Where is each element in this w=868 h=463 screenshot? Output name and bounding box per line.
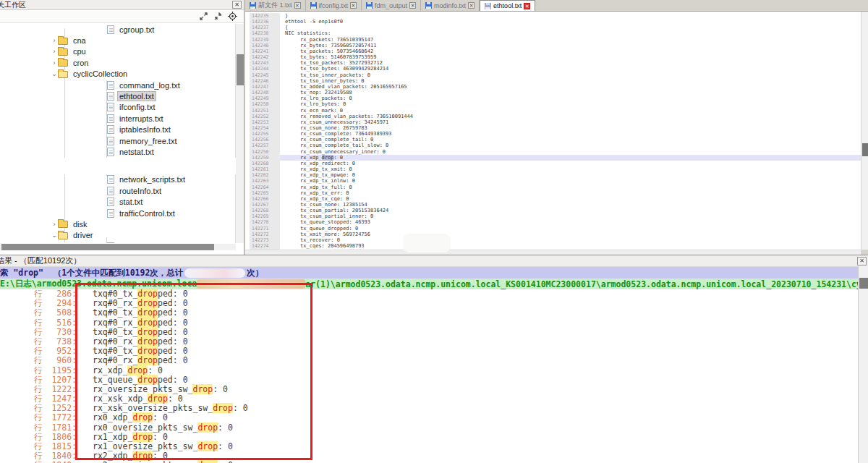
code-line[interactable]: 142256 rx_csum_complete_tail: 0 [245,137,861,143]
code-line[interactable]: 142239 rx_packets: 736510395147 [245,37,861,43]
workspace-close-icon[interactable]: ✕ [232,1,242,9]
tab-close-icon[interactable]: ✕ [468,2,475,9]
code-line[interactable]: 142255 rx_csum_complete: 736449389393 [245,131,861,137]
code-line[interactable]: 142271 tx_queue_dropped: 0 [245,226,861,232]
code-line[interactable]: 142244 tx_tso_bytes: 463099429284214 [245,66,861,72]
code-line[interactable]: 142269 tx_csum_partial_inner: 0 [245,213,861,219]
tree-item[interactable]: command_log.txt [0,80,236,90]
result-row[interactable]: 行516:rxq#0_rx_dropped: 0 [0,318,858,328]
code-line[interactable]: 142242 tx_bytes: 514607839753959 [245,54,861,60]
result-row[interactable]: 行1207:tx_queue_dropped: 0 [0,375,858,385]
result-row[interactable]: 行1772:rx0_xdp_drop: 0 [0,413,858,422]
code-line[interactable]: 142270 tx_queue_stopped: 46393 [245,219,861,225]
tree-item[interactable]: cgroup.txt [0,24,236,35]
tree-item[interactable]: ›cna [0,35,236,46]
code-line[interactable]: 142253 rx_csum_unnecessary: 34245971 [245,119,861,125]
code-line[interactable]: 142247 tx_added_vlan_packets: 2051659571… [245,84,861,90]
tree-vertical-scrollbar[interactable] [235,24,244,243]
tree-horizontal-scrollbar[interactable] [0,244,236,250]
code-line[interactable]: 142263 rx_xdp_tx_inlnw: 0 [245,178,861,184]
tree-horizontal-scrollbar-thumb[interactable] [1,244,214,250]
code-line[interactable]: 142243 tx_tso_packets: 35272932712 [245,60,861,66]
chevron-down-icon[interactable]: ⌄ [51,70,58,77]
tree-item[interactable]: ›disk [0,218,236,229]
code-line[interactable]: 142272 tx_xmit_more: 569724756 [245,232,861,237]
results-close-icon[interactable]: ✕ [857,257,867,266]
chevron-right-icon[interactable]: › [51,48,58,55]
code-line[interactable]: 142241 tx_packets: 507354668642 [245,48,861,54]
tab-close-icon[interactable]: ✕ [350,2,357,9]
collapse-all-icon[interactable] [213,12,223,21]
code-line[interactable]: 142249 rx_lro_packets: 0 [245,95,861,101]
code-line[interactable]: 142251 rx_ecn_mark: 0 [245,108,861,114]
tree-item[interactable]: lsmod.txt [0,241,236,243]
code-line[interactable]: 142267 tx_csum_none: 12385154 [245,202,861,208]
tree-item[interactable]: iptablesInfo.txt [0,124,236,135]
editor-tab[interactable]: ifconfig.txt✕ [306,0,362,11]
code-line[interactable]: 142266 rx_xdp_tx_cqe: 0 [245,196,861,202]
tree-item[interactable]: ifconfig.txt [0,102,236,113]
tree-item[interactable]: ⌄driver [0,230,236,241]
editor-vertical-scrollbar[interactable] [861,12,868,250]
tree-vertical-scrollbar-thumb[interactable] [237,54,244,85]
tab-close-icon[interactable]: ✕ [294,2,301,9]
editor-vertical-scrollbar-thumb[interactable] [862,143,868,156]
code-line[interactable]: 142238NIC statistics: [245,30,861,36]
code-line[interactable]: 142258 rx_csum_unnecessary_inner: 0 [245,149,861,155]
tree-item[interactable]: netstat.txt [0,146,236,157]
chevron-right-icon[interactable]: › [51,221,58,228]
code-line[interactable]: 142257 rx_csum_complete_tail_slow: 0 [245,143,861,148]
code-line[interactable]: 142235} [245,13,861,19]
code-line[interactable]: 142254 rx_csum_none: 26759783 [245,125,861,131]
tree-item[interactable]: stat.txt [0,196,236,207]
tree-item[interactable]: interrupts.txt [0,113,236,124]
result-row[interactable]: 行508:txq#0_tx_dropped: 0 [0,308,858,318]
tree-item[interactable]: network_scripts.txt [0,174,236,185]
editor-tab[interactable]: modinfo.txt✕ [421,0,480,11]
locate-file-icon[interactable] [228,12,237,21]
code-line[interactable]: 142245 tx_tso_inner_packets: 0 [245,72,861,78]
editor-horizontal-scrollbar[interactable] [245,250,861,255]
editor-code-area[interactable]: 142235}142236ethtool -S enp1s0f0142237{1… [245,12,861,250]
code-line[interactable]: 142248 tx_nop: 232419588 [245,90,861,95]
tab-close-icon[interactable]: ✕ [409,2,416,9]
code-line[interactable]: 142236ethtool -S enp1s0f0 [245,19,861,25]
tab-close-icon[interactable]: ✕ [524,3,530,9]
editor-tab[interactable]: 新文件 1.txt✕ [245,0,306,11]
tree-item[interactable]: ›cron [0,57,236,68]
chevron-right-icon[interactable]: › [51,59,58,67]
tree-item[interactable]: ethtool.txt [0,90,236,101]
results-vertical-scrollbar-thumb[interactable] [859,278,868,289]
expand-all-icon[interactable] [199,12,208,21]
tree-item[interactable]: ⌄cyclicCollection [0,69,236,80]
editor-tab[interactable]: ethtool.txt✕ [480,0,535,11]
tree-item[interactable]: trafficControl.txt [0,208,236,218]
code-line[interactable]: 142274 tx_cqes: 204596498793 [245,243,861,249]
code-line[interactable]: 142268 tx_csum_partial: 205153836424 [245,208,861,213]
result-row[interactable]: 行730:txq#0_tx_dropped: 0 [0,328,858,337]
code-line[interactable]: 142246 tx_tso_inner_bytes: 0 [245,78,861,84]
tree-item[interactable]: routeInfo.txt [0,185,236,196]
chevron-down-icon[interactable]: ⌄ [51,232,58,239]
code-line[interactable]: 142250 rx_lro_bytes: 0 [245,101,861,107]
code-line[interactable]: 142260 rx_xdp_redirect: 0 [245,161,861,166]
code-line[interactable]: 142261 rx_xdp_tx_xmit: 0 [245,166,861,172]
result-file-path-row[interactable]: E:\日志\armod0523.odata.ncmp.unicom.loca a… [0,279,858,289]
code-line[interactable]: 142240 rx_bytes: 735960572057411 [245,43,861,48]
result-row[interactable]: 行960:rxq#0_rx_dropped: 0 [0,356,858,365]
tree-item[interactable]: ›cpu [0,46,236,57]
code-line[interactable]: 142264 rx_xdp_tx_full: 0 [245,184,861,190]
code-line[interactable]: 142262 rx_xdp_tx_mpwqe: 0 [245,172,861,178]
results-vertical-scrollbar[interactable] [858,266,868,463]
code-line[interactable]: 142259 rx_xdp_drop: 0 [245,155,861,161]
search-summary-row[interactable]: 索 "drop" （1个文件中匹配到10192次，总计 次） [0,267,858,279]
tree-item[interactable]: memory_free.txt [0,135,236,146]
code-line[interactable]: 142273 tx_recover: 0 [245,237,861,243]
code-line[interactable]: 142237{ [245,25,861,30]
editor-tab[interactable]: fdm_output✕ [362,0,421,11]
code-line[interactable]: 142252 rx_removed_vlan_packets: 73651009… [245,114,861,119]
result-row[interactable]: 行1781:rx0_oversize_pkts_sw_drop: 0 [0,423,858,433]
code-line[interactable]: 142265 rx_xdp_tx_err: 0 [245,190,861,196]
result-row[interactable]: 行1195:rx_xdp_drop: 0 [0,366,858,375]
chevron-right-icon[interactable]: › [51,37,58,44]
